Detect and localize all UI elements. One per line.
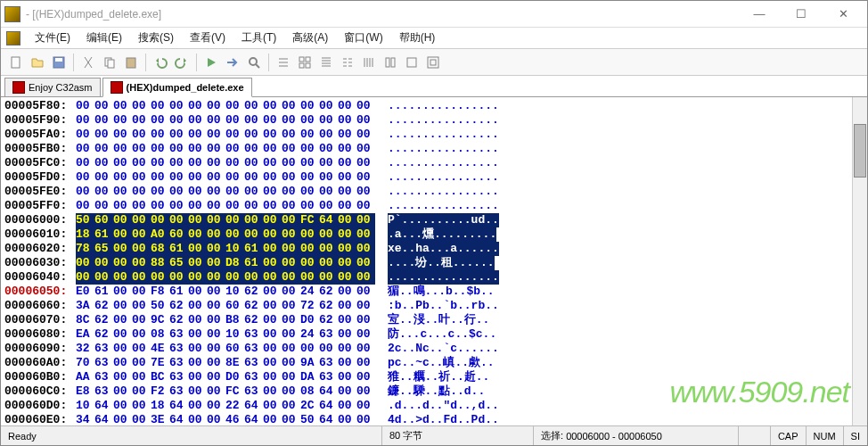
hex-byte[interactable]: 00 (207, 213, 225, 227)
hex-byte[interactable]: 00 (169, 270, 188, 285)
hex-byte[interactable]: 00 (207, 370, 225, 384)
hex-byte[interactable]: 00 (188, 285, 207, 299)
hex-row[interactable]: 00005F80:0000000000000000000000000000000… (4, 99, 848, 113)
hex-byte[interactable]: 00 (263, 384, 282, 399)
hex-row[interactable]: 00006020:7865000068610000106100000000000… (4, 242, 848, 256)
hex-byte[interactable]: 00 (113, 113, 132, 128)
hex-byte[interactable]: 00 (263, 285, 282, 299)
hex-byte[interactable]: 00 (338, 313, 356, 327)
hex-byte[interactable]: 00 (225, 213, 244, 227)
hex-byte[interactable]: 00 (244, 213, 263, 227)
hex-byte[interactable]: 61 (244, 256, 263, 270)
hex-byte[interactable]: 00 (207, 256, 225, 270)
hex-byte[interactable]: 00 (319, 342, 338, 356)
hex-byte[interactable]: 00 (244, 270, 263, 285)
hex-byte[interactable]: 00 (356, 99, 375, 113)
hex-byte[interactable]: 00 (188, 399, 207, 413)
hex-byte[interactable]: 00 (169, 128, 188, 142)
hex-row[interactable]: 00005FD0:0000000000000000000000000000000… (4, 170, 848, 185)
hex-byte[interactable]: 00 (132, 342, 151, 356)
hex-byte[interactable]: 00 (207, 342, 225, 356)
hex-byte[interactable]: 00 (132, 227, 151, 242)
hex-byte[interactable]: 00 (244, 170, 263, 185)
hex-byte[interactable]: 00 (113, 327, 132, 342)
hex-byte[interactable]: 00 (356, 270, 375, 285)
hex-byte[interactable]: 00 (356, 128, 375, 142)
menu-view[interactable]: 查看(V) (183, 29, 233, 47)
hex-byte[interactable]: 00 (188, 327, 207, 342)
hex-byte[interactable]: 64 (169, 399, 188, 413)
hex-byte[interactable]: 63 (94, 342, 113, 356)
hex-byte[interactable]: 9A (300, 356, 319, 370)
hex-byte[interactable]: 3A (76, 299, 94, 313)
hex-row[interactable]: 00006080:EA62000008630000106300002463000… (4, 327, 848, 342)
hex-byte[interactable]: 00 (282, 142, 300, 156)
hex-ascii[interactable]: 2c..Nc..`c...... (388, 342, 499, 356)
hex-byte[interactable]: 00 (113, 256, 132, 270)
hex-byte[interactable]: E0 (76, 285, 94, 299)
hex-byte[interactable]: 00 (244, 142, 263, 156)
hex-byte[interactable]: 00 (188, 384, 207, 399)
hex-byte[interactable]: 00 (94, 256, 113, 270)
hex-byte[interactable]: 00 (338, 185, 356, 199)
hex-byte[interactable]: 00 (151, 270, 169, 285)
hex-byte[interactable]: 00 (356, 227, 375, 242)
hex-byte[interactable]: A0 (151, 227, 169, 242)
new-icon[interactable] (6, 53, 26, 72)
hex-byte[interactable]: 32 (76, 342, 94, 356)
hex-byte[interactable]: 08 (151, 327, 169, 342)
hex-byte[interactable]: 00 (356, 213, 375, 227)
find-icon[interactable] (244, 53, 264, 72)
hex-byte[interactable]: 00 (207, 299, 225, 313)
hex-byte[interactable]: 63 (244, 356, 263, 370)
hex-row[interactable]: 00006050:E0610000F8610000106200002462000… (4, 285, 848, 299)
close-button[interactable]: ✕ (823, 2, 864, 27)
hex-byte[interactable]: 00 (319, 270, 338, 285)
hex-byte[interactable]: 00 (188, 142, 207, 156)
hex-byte[interactable]: 00 (188, 156, 207, 170)
hex-byte[interactable]: 00 (151, 142, 169, 156)
hex-byte[interactable]: 00 (169, 213, 188, 227)
hex-byte[interactable]: 00 (282, 299, 300, 313)
hex-byte[interactable]: 00 (113, 199, 132, 213)
hex-byte[interactable]: 62 (319, 299, 338, 313)
hex-byte[interactable]: 00 (282, 185, 300, 199)
hex-byte[interactable]: 00 (263, 313, 282, 327)
hex-byte[interactable]: 00 (207, 285, 225, 299)
hex-byte[interactable]: 63 (169, 370, 188, 384)
cut-icon[interactable] (78, 53, 98, 72)
maximize-button[interactable]: ☐ (781, 2, 822, 27)
hex-byte[interactable]: 00 (319, 142, 338, 156)
hex-byte[interactable]: 00 (282, 99, 300, 113)
hex-byte[interactable]: 00 (76, 156, 94, 170)
hex-ascii[interactable]: ................ (388, 128, 499, 142)
hex-byte[interactable]: D0 (300, 313, 319, 327)
hex-ascii[interactable]: ................ (388, 156, 499, 170)
hex-byte[interactable]: 00 (169, 113, 188, 128)
hex-byte[interactable]: 00 (338, 242, 356, 256)
hex-byte[interactable]: 00 (207, 227, 225, 242)
hex-byte[interactable]: 00 (338, 213, 356, 227)
hex-byte[interactable]: 00 (338, 99, 356, 113)
hex-byte[interactable]: 61 (94, 227, 113, 242)
hex-byte[interactable]: 00 (263, 156, 282, 170)
hex-byte[interactable]: 00 (188, 113, 207, 128)
hex-byte[interactable]: 00 (207, 170, 225, 185)
hex-byte[interactable]: 62 (319, 285, 338, 299)
hex-byte[interactable]: 00 (282, 170, 300, 185)
hex-byte[interactable]: 00 (300, 156, 319, 170)
hex-byte[interactable]: 00 (225, 170, 244, 185)
hex-byte[interactable]: 00 (225, 113, 244, 128)
hex-byte[interactable]: 00 (76, 128, 94, 142)
hex-byte[interactable]: 00 (113, 270, 132, 285)
hex-byte[interactable]: 00 (207, 128, 225, 142)
hex-byte[interactable]: 18 (76, 227, 94, 242)
hex-byte[interactable]: 00 (319, 156, 338, 170)
hex-byte[interactable]: 00 (169, 185, 188, 199)
hex-byte[interactable]: 64 (94, 399, 113, 413)
hex-byte[interactable]: 00 (300, 99, 319, 113)
hex-byte[interactable]: 64 (319, 213, 338, 227)
hex-ascii[interactable]: ................ (388, 270, 499, 285)
hex-byte[interactable]: 00 (94, 113, 113, 128)
hex-byte[interactable]: 00 (207, 399, 225, 413)
